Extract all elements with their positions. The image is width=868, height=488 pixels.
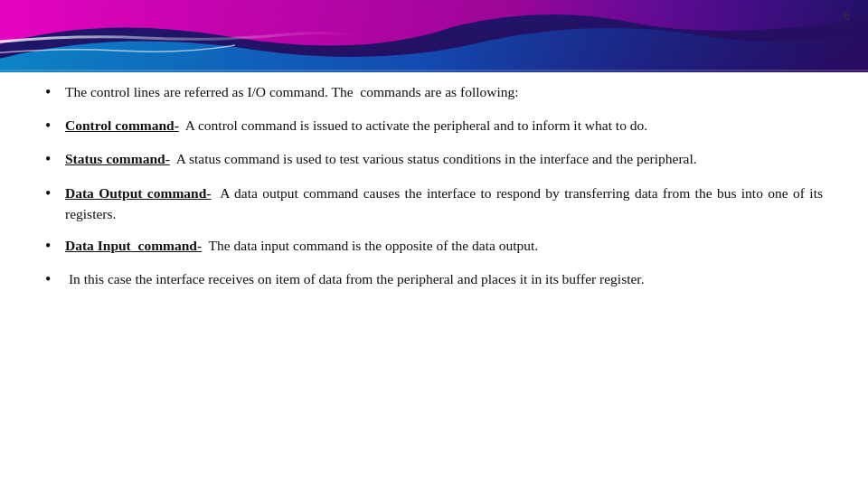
term-control-command: Control command- — [65, 117, 179, 133]
bullet-symbol: • — [45, 268, 65, 291]
term-status-command: Status command- — [65, 151, 170, 166]
bullet-symbol: • — [45, 148, 65, 171]
bullet-symbol: • — [45, 81, 65, 104]
bullet-text-2: Control command- A control command is is… — [65, 115, 823, 136]
bullet-text-5: Data Input command- The data input comma… — [65, 235, 823, 256]
bullet-text-6: In this case the interface receives on i… — [65, 268, 823, 289]
term-data-output-command: Data Output command- — [65, 185, 211, 201]
list-item: • The control lines are referred as I/O … — [45, 81, 823, 104]
bullet-symbol: • — [45, 235, 65, 258]
list-item: • In this case the interface receives on… — [45, 268, 823, 291]
list-item: • Control command- A control command is … — [45, 115, 823, 137]
header-banner — [0, 0, 868, 72]
bullet-text-3: Status command- A status command is used… — [65, 148, 823, 169]
bullet-text-4: Data Output command- A data output comma… — [65, 183, 823, 225]
term-data-input-command: Data Input command- — [65, 238, 202, 253]
bullet-symbol: • — [45, 115, 65, 137]
bullet-symbol: • — [45, 183, 65, 205]
bullet-list: • The control lines are referred as I/O … — [45, 81, 823, 291]
list-item: • Data Input command- The data input com… — [45, 235, 823, 258]
list-item: • Data Output command- A data output com… — [45, 183, 823, 225]
list-item: • Status command- A status command is us… — [45, 148, 823, 171]
bullet-text-1: The control lines are referred as I/O co… — [65, 81, 823, 102]
content-area: • The control lines are referred as I/O … — [45, 81, 823, 470]
page-number: 6 — [844, 9, 850, 23]
